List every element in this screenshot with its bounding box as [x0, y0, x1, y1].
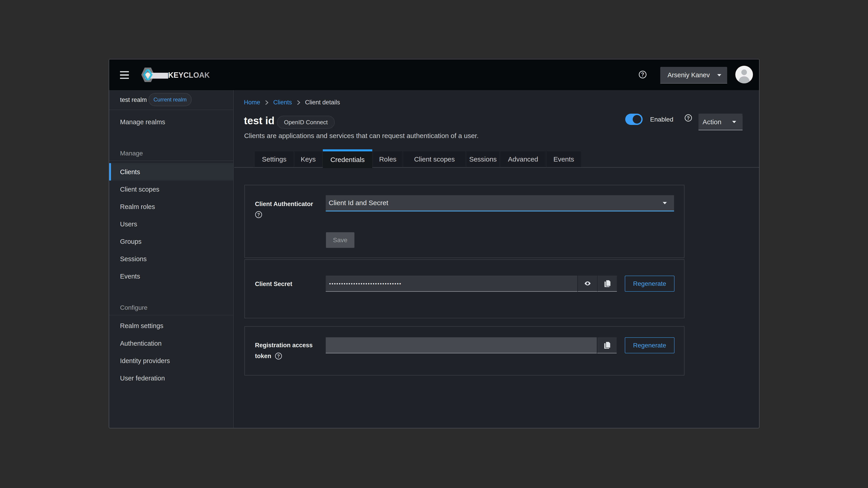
- svg-text:KEYCLOAK: KEYCLOAK: [168, 70, 210, 79]
- svg-text:?: ?: [277, 354, 280, 359]
- svg-text:?: ?: [687, 115, 690, 121]
- svg-text:?: ?: [257, 212, 260, 217]
- svg-text:?: ?: [641, 72, 644, 77]
